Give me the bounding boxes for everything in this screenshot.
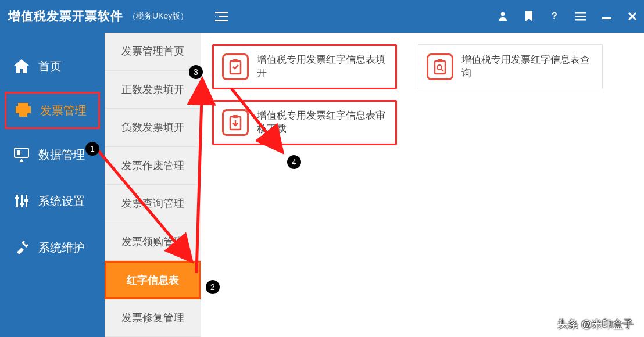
svg-rect-20 [24, 199, 28, 202]
svg-rect-10 [18, 103, 28, 106]
svg-rect-9 [602, 17, 611, 19]
submenu-label: 负数发票填开 [121, 120, 184, 134]
svg-text:?: ? [552, 11, 557, 21]
svg-point-4 [501, 12, 505, 16]
svg-rect-2 [215, 20, 228, 21]
tools-icon [13, 239, 30, 256]
svg-point-26 [437, 65, 442, 70]
submenu-label: 发票领购管理 [121, 235, 184, 249]
clipboard-download-icon [222, 109, 249, 136]
sidebar-item-label: 发票管理 [40, 103, 87, 119]
sliders-icon [13, 192, 30, 210]
submenu-label: 发票作废管理 [121, 159, 184, 173]
annotation-badge-1: 1 [85, 142, 99, 156]
annotation-badge-4: 4 [287, 155, 301, 169]
submenu-label: 正数发票填开 [121, 83, 184, 96]
svg-point-21 [24, 241, 28, 245]
minimize-icon[interactable] [602, 12, 611, 21]
printer-icon [15, 102, 32, 119]
svg-marker-3 [215, 13, 219, 20]
submenu-item-void-manage[interactable]: 发票作废管理 [105, 147, 201, 185]
sidebar-item-label: 系统设置 [38, 193, 85, 209]
sidebar-item-label: 首页 [38, 59, 62, 74]
primary-sidebar: 首页 发票管理 数据管理 系统设置 系统维护 [0, 33, 105, 337]
help-icon[interactable]: ? [550, 11, 559, 21]
app-title: 增值税发票开票软件 [8, 8, 123, 24]
submenu-label: 发票管理首页 [121, 44, 184, 58]
submenu-label: 红字信息表 [127, 273, 179, 287]
svg-rect-23 [233, 59, 238, 62]
svg-rect-13 [15, 148, 28, 157]
app-subtitle: （税务UKey版） [128, 11, 188, 21]
submenu-item-purchase-manage[interactable]: 发票领购管理 [105, 223, 201, 261]
menu-toggle-icon [215, 10, 228, 22]
submenu-item-query-manage[interactable]: 发票查询管理 [105, 185, 201, 223]
user-icon[interactable] [498, 11, 508, 21]
svg-rect-24 [435, 61, 445, 74]
menu-icon[interactable] [575, 12, 586, 21]
close-icon[interactable] [628, 12, 637, 21]
svg-rect-0 [215, 12, 228, 13]
data-icon [13, 146, 30, 163]
card-red-info-download[interactable]: 增值税专用发票红字信息表审核下载 [212, 100, 397, 145]
submenu-item-repair-manage[interactable]: 发票修复管理 [105, 299, 201, 337]
svg-rect-12 [19, 111, 27, 117]
svg-rect-25 [438, 59, 442, 62]
home-icon [13, 58, 30, 75]
sidebar-item-label: 系统维护 [38, 240, 85, 256]
submenu-panel: 发票管理首页 正数发票填开 负数发票填开 发票作废管理 发票查询管理 发票领购管… [105, 33, 201, 337]
svg-rect-6 [575, 12, 586, 14]
svg-rect-14 [17, 150, 20, 155]
annotation-badge-2: 2 [206, 280, 220, 294]
sidebar-item-system-maint[interactable]: 系统维护 [0, 224, 105, 271]
submenu-item-red-info[interactable]: 红字信息表 [105, 261, 201, 299]
card-label: 增值税专用发票红字信息表审核下载 [257, 109, 387, 136]
app-header: 增值税发票开票软件 （税务UKey版） ? [0, 0, 644, 33]
bookmark-icon[interactable] [524, 11, 534, 21]
content-area: 增值税专用发票红字信息表填开 增值税专用发票红字信息表查询 增值税专用发票红字信… [201, 33, 644, 337]
card-red-info-fill[interactable]: 增值税专用发票红字信息表填开 [212, 44, 397, 89]
svg-rect-18 [15, 197, 19, 199]
header-toolbar: ? [498, 0, 637, 33]
svg-rect-7 [575, 16, 586, 17]
annotation-badge-3: 3 [189, 65, 203, 79]
sidebar-item-invoice-manage[interactable]: 发票管理 [5, 92, 100, 129]
submenu-item-positive-fill[interactable]: 正数发票填开 [105, 71, 201, 109]
submenu-item-negative-fill[interactable]: 负数发票填开 [105, 109, 201, 147]
watermark-text: 头条 @米印盒子 [557, 317, 634, 331]
clipboard-search-icon [427, 53, 453, 80]
svg-rect-28 [233, 115, 238, 118]
submenu-item-home[interactable]: 发票管理首页 [105, 33, 201, 71]
svg-rect-19 [20, 203, 24, 205]
clipboard-edit-icon [222, 53, 249, 80]
sidebar-item-system-settings[interactable]: 系统设置 [0, 178, 105, 224]
submenu-label: 发票修复管理 [121, 311, 184, 325]
sidebar-item-home[interactable]: 首页 [0, 43, 105, 89]
card-label: 增值税专用发票红字信息表查询 [461, 53, 594, 80]
menu-toggle-button[interactable] [215, 0, 228, 33]
svg-rect-8 [575, 19, 586, 21]
sidebar-item-label: 数据管理 [38, 147, 85, 163]
svg-rect-15 [16, 195, 18, 207]
card-label: 增值税专用发票红字信息表填开 [257, 53, 387, 80]
svg-rect-16 [21, 195, 23, 207]
submenu-label: 发票查询管理 [121, 196, 184, 210]
card-red-info-query[interactable]: 增值税专用发票红字信息表查询 [418, 44, 603, 89]
